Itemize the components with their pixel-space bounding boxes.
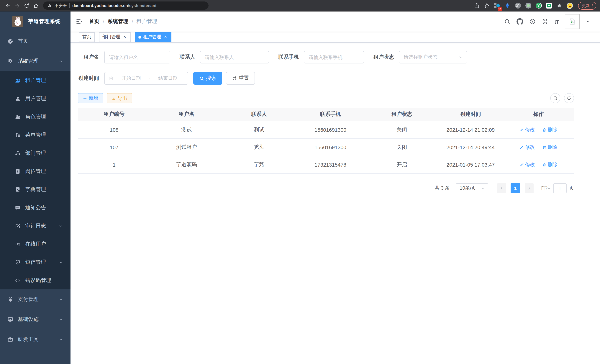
bookmark-star-icon[interactable] [484, 3, 490, 9]
cell-mobile: 17321315478 [295, 156, 366, 173]
refresh-table-button[interactable] [564, 93, 574, 103]
chevron-down-icon [481, 186, 485, 190]
sidebar-item-tenant[interactable]: 租户管理 [0, 71, 71, 89]
address-bar[interactable]: 不安全 dashboard.yudao.iocoder.cn/system/te… [43, 1, 208, 10]
tag-home[interactable]: 首页 [79, 32, 95, 42]
edit-link[interactable]: 修改 [520, 161, 535, 168]
reset-button[interactable]: 重置 [226, 72, 255, 84]
sidebar-item-dict[interactable]: 字典管理 [0, 180, 71, 198]
create-time-label: 创建时间 [78, 75, 99, 82]
sidebar-item-system[interactable]: 系统管理 [0, 51, 71, 71]
breadcrumb: 首页 / 系统管理 / 租户管理 [89, 18, 157, 25]
browser-home-icon[interactable] [32, 1, 40, 10]
chevron-down-icon [59, 224, 63, 228]
command-extension-icon[interactable]: ⌘ [515, 2, 521, 9]
kebab-menu-icon[interactable] [590, 3, 595, 8]
edit-link[interactable]: 修改 [520, 126, 535, 133]
chevron-down-icon [59, 260, 63, 264]
cell-tenant-name: 测试 [150, 121, 223, 138]
cell-created: 2021-12-14 20:49:44 [438, 138, 503, 156]
edit-link[interactable]: 修改 [520, 144, 535, 150]
gear-icon [7, 58, 13, 64]
prev-page-button[interactable] [497, 183, 506, 193]
cell-mobile: 15601691300 [295, 121, 366, 138]
cell-actions: 修改 删除 [503, 121, 574, 138]
trash-icon [542, 145, 547, 149]
sidebar-item-role[interactable]: 角色管理 [0, 108, 71, 126]
avatar-caret-down-icon[interactable] [586, 19, 590, 24]
fullscreen-icon[interactable] [542, 18, 548, 25]
emoji-extension-icon[interactable] [567, 2, 573, 9]
share-icon[interactable] [474, 3, 480, 9]
help-question-icon[interactable] [529, 18, 536, 25]
delete-link[interactable]: 删除 [542, 161, 558, 168]
sidebar-collapse-icon[interactable] [76, 18, 83, 25]
devtools-icon [7, 336, 13, 343]
browser-update-button[interactable]: 更新 [578, 2, 596, 9]
cell-tenant-id: 1 [78, 156, 150, 173]
avatar[interactable] [565, 14, 580, 29]
sidebar-item-error-code[interactable]: 错误码管理 [0, 271, 71, 289]
cell-contact: 秃头 [223, 138, 295, 156]
search-button[interactable]: 搜索 [193, 72, 222, 84]
tenant-name-input[interactable] [104, 51, 170, 64]
toggle-search-button[interactable] [550, 93, 560, 103]
sidebar-item-user[interactable]: 用户管理 [0, 89, 71, 108]
sidebar-submenu: 租户管理 用户管理 角色管理 菜单管理 部门管理 岗位管理 字典管理 通知公告 … [0, 71, 71, 289]
y-extension-icon[interactable]: Y [535, 2, 542, 9]
chat-extension-icon[interactable] [546, 2, 552, 9]
sidebar-item-menu[interactable]: 菜单管理 [0, 126, 71, 144]
close-icon[interactable]: × [122, 34, 127, 39]
security-label[interactable]: 不安全 [55, 3, 67, 8]
extension-badge: 10 [497, 7, 502, 10]
export-button[interactable]: 导出 [107, 93, 132, 103]
sidebar-item-devtools[interactable]: 研发工具 [0, 329, 71, 350]
kite-extension-icon[interactable] [504, 2, 511, 9]
page-number-1[interactable]: 1 [511, 183, 520, 193]
close-icon[interactable]: × [163, 34, 168, 39]
column-header: 租户编号 [78, 108, 150, 121]
sidebar-item-post[interactable]: 岗位管理 [0, 162, 71, 180]
mobile-input[interactable] [304, 51, 364, 64]
browser-forward-icon[interactable] [13, 1, 21, 10]
tenant-status-select[interactable]: 请选择租户状态 [399, 51, 467, 64]
next-page-button[interactable] [525, 183, 534, 193]
contact-input[interactable] [200, 51, 269, 64]
active-dot [138, 36, 141, 38]
sidebar-item-audit-log[interactable]: 审计日志 [0, 217, 71, 235]
goto-page-input[interactable] [553, 183, 567, 193]
dashboard-icon [7, 38, 13, 44]
create-time-range-picker[interactable]: 开始日期 - 结束日期 [104, 72, 188, 84]
header-search-icon[interactable] [504, 18, 511, 25]
sidebar-item-online-user[interactable]: 在线用户 [0, 235, 71, 253]
online-user-icon [15, 241, 21, 247]
sidebar-item-infrastructure[interactable]: 基础设施 [0, 309, 71, 329]
tag-dept[interactable]: 部门管理 × [99, 32, 131, 42]
page-size-select[interactable]: 10条/页 [456, 183, 488, 193]
calendar-icon [108, 76, 113, 81]
breadcrumb-home[interactable]: 首页 [89, 18, 99, 25]
github-icon[interactable] [516, 18, 523, 25]
cell-contact: 测试 [223, 121, 295, 138]
delete-link[interactable]: 删除 [542, 144, 558, 150]
font-size-icon[interactable]: tT [554, 18, 559, 25]
user-icon [15, 95, 21, 102]
url-text[interactable]: dashboard.yudao.iocoder.cn/system/tenant [72, 3, 157, 8]
breadcrumb-system[interactable]: 系统管理 [108, 18, 128, 25]
sidebar-menu-top: 首页 系统管理 [0, 31, 71, 71]
sidebar-item-notice[interactable]: 通知公告 [0, 198, 71, 217]
browser-reload-icon[interactable] [22, 1, 31, 10]
puzzle-extension-icon[interactable] [556, 2, 562, 9]
sidebar-item-home[interactable]: 首页 [0, 31, 71, 51]
sidebar-item-payment[interactable]: 支付管理 [0, 289, 71, 309]
sidebar-item-dept[interactable]: 部门管理 [0, 144, 71, 162]
tag-tenant[interactable]: 租户管理 × [135, 32, 171, 42]
recorder-extension-icon[interactable] [525, 2, 531, 9]
pinned-extension-icon[interactable]: 10 [494, 2, 500, 9]
sidebar-item-sms[interactable]: 短信管理 [0, 253, 71, 271]
column-header: 租户名 [150, 108, 223, 121]
add-button[interactable]: 新增 [78, 93, 103, 103]
browser-back-icon[interactable] [4, 1, 12, 10]
delete-link[interactable]: 删除 [542, 126, 558, 133]
app-logo[interactable]: 芋道管理系统 [0, 11, 71, 31]
